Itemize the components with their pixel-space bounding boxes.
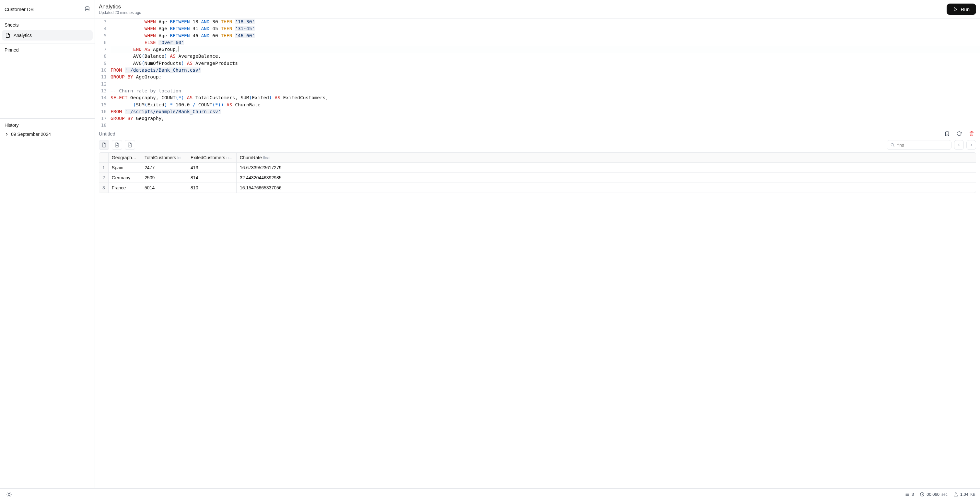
sql-editor[interactable]: 3456789101112131415161718 WHEN Age BETWE… bbox=[95, 19, 980, 127]
svg-point-0 bbox=[85, 7, 89, 8]
sidebar-item-analytics[interactable]: Analytics bbox=[2, 30, 93, 41]
sheets-label: Sheets bbox=[0, 19, 95, 30]
main-header: Analytics Updated 20 minutes ago Run bbox=[95, 0, 980, 19]
editor-gutter: 3456789101112131415161718 bbox=[95, 19, 110, 127]
column-header-geography[interactable]: Geograph… bbox=[108, 153, 141, 163]
table-cell[interactable]: 814 bbox=[187, 173, 237, 183]
sidebar: Customer DB Sheets Analytics Pinned Hist… bbox=[0, 0, 95, 488]
rows-icon bbox=[905, 492, 910, 497]
svg-point-6 bbox=[8, 494, 10, 495]
play-icon bbox=[953, 7, 958, 12]
sidebar-history-section: History 09 September 2024 bbox=[0, 119, 95, 143]
table-cell[interactable]: Spain bbox=[108, 163, 141, 173]
results-title[interactable]: Untitled bbox=[99, 131, 115, 137]
table-cell[interactable]: 16.67339523617279 bbox=[237, 163, 292, 173]
results-title-bar: Untitled bbox=[95, 127, 980, 139]
table-row[interactable]: 1Spain247741316.67339523617279 bbox=[99, 163, 976, 173]
chevron-right-icon bbox=[5, 132, 9, 137]
sidebar-sheets-section: Sheets Analytics bbox=[0, 19, 95, 43]
table-row[interactable]: 3France501481016.15476665337056 bbox=[99, 183, 976, 193]
sidebar-pinned-section: Pinned bbox=[0, 43, 95, 119]
bookmark-button[interactable] bbox=[942, 129, 951, 138]
svg-point-3 bbox=[130, 145, 130, 146]
table-cell[interactable]: France bbox=[108, 183, 141, 193]
svg-line-5 bbox=[894, 146, 894, 147]
svg-point-4 bbox=[891, 143, 894, 146]
status-time: 00.060 sec bbox=[920, 492, 947, 497]
prev-page-button[interactable] bbox=[954, 140, 964, 150]
results-toolbar bbox=[95, 139, 980, 153]
results-table[interactable]: Geograph… TotalCustomersint ExitedCustom… bbox=[99, 153, 976, 193]
history-item-label: 09 September 2024 bbox=[11, 132, 51, 137]
pinned-label: Pinned bbox=[5, 47, 19, 53]
column-header-empty bbox=[292, 153, 976, 163]
file-icon bbox=[5, 33, 10, 38]
column-header-churnrate[interactable]: ChurnRatefloat bbox=[237, 153, 292, 163]
editor-code[interactable]: WHEN Age BETWEEN 18 AND 30 THEN '18-30' … bbox=[110, 19, 980, 127]
status-size: 1.04 KB bbox=[953, 492, 975, 497]
download-icon bbox=[953, 492, 958, 497]
run-button[interactable]: Run bbox=[947, 3, 976, 15]
table-cell-empty bbox=[292, 173, 976, 183]
column-header-exitedcustomers[interactable]: ExitedCustomersu… bbox=[187, 153, 237, 163]
page-subtitle: Updated 20 minutes ago bbox=[99, 10, 141, 15]
svg-line-10 bbox=[10, 496, 11, 496]
table-row[interactable]: 2Germany250981432.44320446392985 bbox=[99, 173, 976, 183]
database-icon[interactable] bbox=[84, 6, 90, 12]
theme-toggle-button[interactable] bbox=[5, 490, 14, 499]
table-cell[interactable]: 810 bbox=[187, 183, 237, 193]
table-cell[interactable]: 2509 bbox=[141, 173, 187, 183]
history-label: History bbox=[5, 123, 90, 128]
table-cell[interactable]: 2477 bbox=[141, 163, 187, 173]
view-table-button[interactable] bbox=[99, 140, 109, 150]
clock-icon bbox=[920, 492, 924, 497]
sidebar-item-label: Analytics bbox=[14, 33, 32, 38]
main: Analytics Updated 20 minutes ago Run 345… bbox=[95, 0, 980, 488]
sidebar-header: Customer DB bbox=[0, 0, 95, 19]
results-search-input[interactable] bbox=[897, 143, 948, 148]
results-search[interactable] bbox=[887, 140, 951, 150]
results-table-wrap: Geograph… TotalCustomersint ExitedCustom… bbox=[95, 153, 980, 193]
svg-line-14 bbox=[10, 492, 11, 493]
column-header-totalcustomers[interactable]: TotalCustomersint bbox=[141, 153, 187, 163]
export-json-button[interactable] bbox=[125, 140, 135, 150]
status-row-count: 3 bbox=[905, 492, 914, 497]
table-cell[interactable]: Germany bbox=[108, 173, 141, 183]
next-page-button[interactable] bbox=[966, 140, 976, 150]
row-number: 1 bbox=[99, 163, 108, 173]
run-button-label: Run bbox=[961, 6, 970, 12]
row-number: 3 bbox=[99, 183, 108, 193]
export-csv-button[interactable] bbox=[112, 140, 122, 150]
refresh-button[interactable] bbox=[955, 129, 964, 138]
table-cell[interactable]: 5014 bbox=[141, 183, 187, 193]
rownum-header bbox=[99, 153, 108, 163]
table-cell-empty bbox=[292, 163, 976, 173]
status-bar: 3 00.060 sec 1.04 KB bbox=[0, 488, 980, 500]
table-cell[interactable]: 413 bbox=[187, 163, 237, 173]
delete-button[interactable] bbox=[967, 129, 976, 138]
history-item[interactable]: 09 September 2024 bbox=[5, 130, 90, 139]
search-icon bbox=[890, 143, 895, 147]
svg-marker-1 bbox=[955, 7, 957, 11]
table-cell[interactable]: 32.44320446392985 bbox=[237, 173, 292, 183]
table-cell-empty bbox=[292, 183, 976, 193]
table-cell[interactable]: 16.15476665337056 bbox=[237, 183, 292, 193]
page-title: Analytics bbox=[99, 3, 141, 10]
table-header-row: Geograph… TotalCustomersint ExitedCustom… bbox=[99, 153, 976, 163]
workspace-name: Customer DB bbox=[5, 6, 34, 12]
row-number: 2 bbox=[99, 173, 108, 183]
